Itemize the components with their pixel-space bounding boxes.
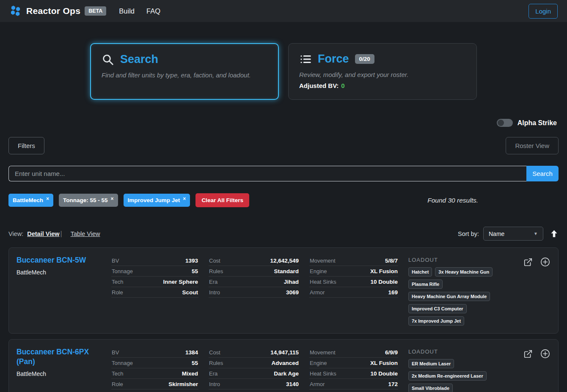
stat-label: Heat Sinks <box>310 370 336 377</box>
loadout-chip: Improved C3 Computer <box>408 304 467 313</box>
active-filters-row: BattleMech×Tonnage: 55 - 55×Improved Jum… <box>8 193 559 207</box>
stat-value: XL Fusion <box>370 360 398 366</box>
stat-row: TechMixed <box>111 368 198 379</box>
stat-label: Era <box>209 279 217 285</box>
adjusted-bv-row: Adjusted BV:0 <box>299 82 466 89</box>
stat-value: Dark Age <box>274 370 299 377</box>
add-to-force-icon[interactable] <box>540 348 550 359</box>
loadout-chip: 3x Heavy Machine Gun <box>435 267 493 277</box>
stat-row: Intro3140 <box>209 379 299 389</box>
stat-value: 3069 <box>286 289 299 296</box>
unit-loadout: LOADOUTHatchet3x Heavy Machine GunPlasma… <box>408 255 505 326</box>
stat-value: XL Fusion <box>370 268 398 274</box>
force-card-title: Force <box>318 52 349 66</box>
unit-card: Buccaneer BCN-6PX (Pan)BattleMechBV1384T… <box>8 339 559 392</box>
sort-select-value: Name <box>489 230 504 237</box>
stat-label: Armor <box>310 381 325 387</box>
unit-stat-column: Movement5/8/7EngineXL FusionHeat Sinks10… <box>309 255 398 298</box>
unit-name-link[interactable]: Buccaneer BCN-5W <box>17 255 101 265</box>
stat-value: 6/9/9 <box>385 349 398 356</box>
alpha-strike-row: Alpha Strike <box>0 119 557 127</box>
detail-view-link[interactable]: Detail View <box>27 230 59 237</box>
stat-value: Advanced <box>271 360 299 366</box>
stat-row: RulesStandard <box>209 266 299 277</box>
toggle-knob <box>498 120 504 126</box>
loadout-chips: ER Medium Laser2x Medium Re-engineered L… <box>408 359 497 392</box>
stat-row: Cost14,947,115 <box>209 347 299 358</box>
loadout-chip: Hatchet <box>408 267 432 277</box>
nav-link-faq[interactable]: FAQ <box>146 7 160 15</box>
roster-view-button[interactable]: Roster View <box>506 137 559 154</box>
filter-chip-label: BattleMech <box>13 197 43 203</box>
add-to-force-icon[interactable] <box>540 257 550 267</box>
view-separator: | <box>61 230 62 238</box>
unit-name-link[interactable]: Buccaneer BCN-6PX (Pan) <box>17 347 101 367</box>
filters-button[interactable]: Filters <box>8 137 44 154</box>
stat-label: Intro <box>209 289 220 296</box>
stat-row: BV1384 <box>111 347 198 358</box>
stat-row: Armor169 <box>309 287 398 298</box>
navbar: Reactor Ops BETA Build FAQ Login <box>0 0 567 22</box>
loadout-label: LOADOUT <box>408 348 505 355</box>
stat-row: Heat Sinks10 Double <box>309 368 398 379</box>
clear-all-filters-button[interactable]: Clear All Filters <box>195 193 249 207</box>
loadout-chips: Hatchet3x Heavy Machine GunPlasma RifleH… <box>408 267 497 326</box>
nav-links: Build FAQ <box>119 7 160 15</box>
stat-label: Rules <box>209 268 223 274</box>
stat-row: BV1393 <box>111 255 198 266</box>
filter-chip[interactable]: Improved Jump Jet× <box>124 194 190 207</box>
loadout-chip: 2x Medium Re-engineered Laser <box>408 371 487 381</box>
stat-value: 12,642,549 <box>270 258 299 264</box>
nav-link-build[interactable]: Build <box>119 7 135 15</box>
sort-by-label: Sort by: <box>458 230 479 237</box>
stat-label: BV <box>112 349 119 356</box>
alpha-strike-toggle[interactable] <box>497 119 513 127</box>
table-view-link[interactable]: Table View <box>71 230 100 237</box>
filter-chips: BattleMech×Tonnage: 55 - 55×Improved Jum… <box>8 194 190 207</box>
stat-label: Armor <box>310 289 325 296</box>
stat-label: Tonnage <box>112 268 133 274</box>
stat-value: 1393 <box>185 258 198 264</box>
stat-row: Tonnage55 <box>111 266 198 277</box>
unit-stat-column: BV1384Tonnage55TechMixedRoleSkirmisher <box>111 347 198 389</box>
search-card-subtitle: Find and filter units by type, era, fact… <box>102 71 267 79</box>
open-unit-external-icon[interactable] <box>523 258 533 267</box>
login-button[interactable]: Login <box>528 4 558 19</box>
unit-search-button[interactable]: Search <box>526 166 559 181</box>
unit-search-bar: Search <box>8 166 559 181</box>
open-unit-external-icon[interactable] <box>523 349 533 359</box>
unit-search-input[interactable] <box>8 166 526 181</box>
remove-filter-icon[interactable]: × <box>111 196 114 201</box>
unit-header: Buccaneer BCN-5WBattleMech <box>17 255 101 276</box>
loadout-label: LOADOUT <box>408 257 505 263</box>
brand[interactable]: Reactor Ops <box>9 5 80 17</box>
stat-label: Role <box>112 289 123 296</box>
stat-label: Tech <box>112 279 123 285</box>
search-mode-card[interactable]: Search Find and filter units by type, er… <box>90 43 279 100</box>
chevron-down-icon: ▼ <box>534 231 538 236</box>
stat-row: Armor172 <box>309 379 398 389</box>
unit-stat-column: Cost14,947,115RulesAdvancedEraDark AgeIn… <box>209 347 299 389</box>
sort-select[interactable]: Name ▼ <box>483 227 543 241</box>
remove-filter-icon[interactable]: × <box>46 196 49 201</box>
toolbar-buttons-row: Filters Roster View <box>0 137 567 154</box>
stat-row: EngineXL Fusion <box>309 266 398 277</box>
force-mode-card[interactable]: Force 0/20 Review, modify, and export yo… <box>288 43 477 100</box>
reactor-ops-logo-icon <box>9 5 22 17</box>
filter-chip[interactable]: BattleMech× <box>8 194 53 207</box>
stat-label: Movement <box>310 258 336 264</box>
unit-header: Buccaneer BCN-6PX (Pan)BattleMech <box>17 347 101 377</box>
remove-filter-icon[interactable]: × <box>183 196 186 201</box>
beta-badge: BETA <box>85 6 106 16</box>
adjusted-bv-value: 0 <box>341 82 344 89</box>
stat-row: Movement6/9/9 <box>309 347 398 358</box>
adjusted-bv-label: Adjusted BV: <box>299 82 339 89</box>
unit-actions <box>515 347 550 359</box>
stat-value: 14,947,115 <box>270 349 299 356</box>
sort-ascending-icon[interactable] <box>550 229 559 238</box>
unit-card: Buccaneer BCN-5WBattleMechBV1393Tonnage5… <box>8 247 559 334</box>
stat-label: Heat Sinks <box>310 279 336 285</box>
stat-value: Skirmisher <box>168 381 198 387</box>
stat-value: Inner Sphere <box>163 279 198 285</box>
filter-chip[interactable]: Tonnage: 55 - 55× <box>59 194 118 207</box>
